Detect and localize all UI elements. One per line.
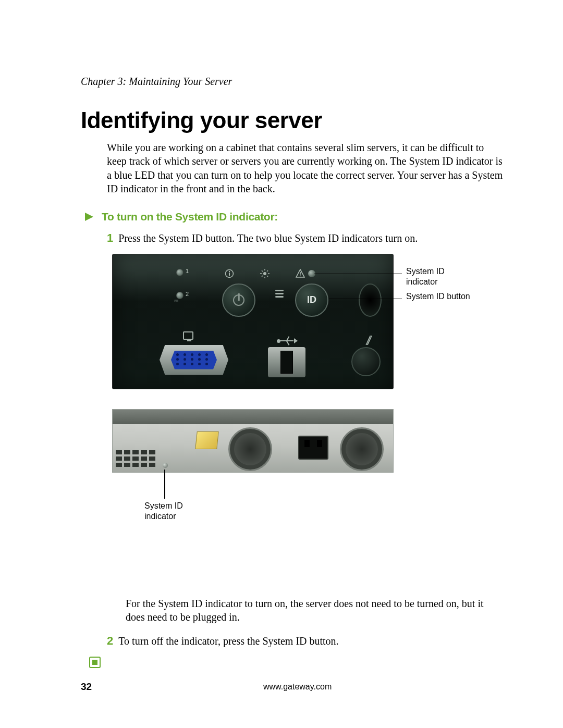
network-icon: ⎓ (174, 296, 178, 304)
vga-port (160, 345, 228, 375)
page-footer: 32 www.gateway.com (81, 681, 503, 693)
cooling-fan (228, 427, 272, 471)
svg-rect-3 (229, 271, 230, 272)
svg-line-12 (267, 270, 268, 272)
note-paragraph: For the System ID indicator to turn on, … (126, 597, 503, 624)
alert-icon (296, 269, 305, 278)
light-icon (260, 269, 270, 278)
callout-system-id-indicator-rear: System ID indicator (144, 501, 202, 522)
svg-point-4 (263, 272, 266, 275)
svg-rect-15 (300, 275, 301, 276)
figure-front-panel: 1 2 ⎓ (112, 254, 487, 400)
procedure-heading: To turn on the System ID indicator: (102, 211, 278, 223)
step-text: To turn off the indicator, press the Sys… (118, 635, 338, 647)
reset-icon: // (366, 334, 369, 348)
power-socket (298, 436, 328, 460)
status-led-1: 1 (176, 269, 183, 276)
step-number: 1 (107, 231, 113, 244)
callout-line (164, 470, 165, 499)
usb-icon (277, 335, 296, 344)
power-button (222, 283, 255, 317)
led-1-label: 1 (186, 268, 189, 274)
page-title: Identifying your server (81, 107, 503, 133)
system-id-button: ID (295, 283, 328, 317)
figure-rear-panel: System ID indicator (112, 409, 487, 586)
system-id-indicator-rear (163, 463, 168, 468)
chapter-header: Chapter 3: Maintaining Your Server (81, 76, 503, 88)
info-icon (225, 269, 234, 278)
svg-rect-14 (300, 272, 301, 275)
svg-rect-2 (229, 273, 230, 276)
step-2: 2To turn off the indicator, press the Sy… (107, 633, 503, 648)
callout-line (329, 299, 402, 300)
svg-line-11 (262, 276, 263, 277)
led-2-label: 2 (186, 291, 189, 297)
svg-line-9 (262, 270, 263, 272)
callout-line (314, 274, 402, 275)
step-1: 1Press the System ID button. The two blu… (107, 230, 503, 245)
step-text: Press the System ID button. The two blue… (118, 232, 418, 244)
cooling-fan (340, 427, 384, 471)
usb-port (268, 347, 305, 377)
monitor-icon (183, 331, 193, 340)
callout-system-id-indicator: System ID indicator (406, 266, 474, 287)
svg-rect-17 (92, 660, 97, 665)
vent-grille (116, 450, 155, 467)
svg-line-10 (267, 276, 268, 277)
warning-label (195, 431, 219, 449)
footer-url: www.gateway.com (92, 682, 503, 692)
svg-marker-0 (85, 213, 93, 221)
reset-button (351, 347, 381, 376)
end-of-procedure-icon (89, 657, 503, 668)
drive-activity-icon (275, 290, 284, 300)
play-icon (84, 212, 94, 222)
intro-paragraph: While you are working on a cabinet that … (107, 141, 503, 196)
server-rear-panel-photo (112, 409, 394, 473)
step-number: 2 (107, 634, 113, 647)
page-number: 32 (81, 681, 92, 693)
panel-opening-right (359, 283, 382, 317)
callout-system-id-button: System ID button (406, 291, 474, 302)
